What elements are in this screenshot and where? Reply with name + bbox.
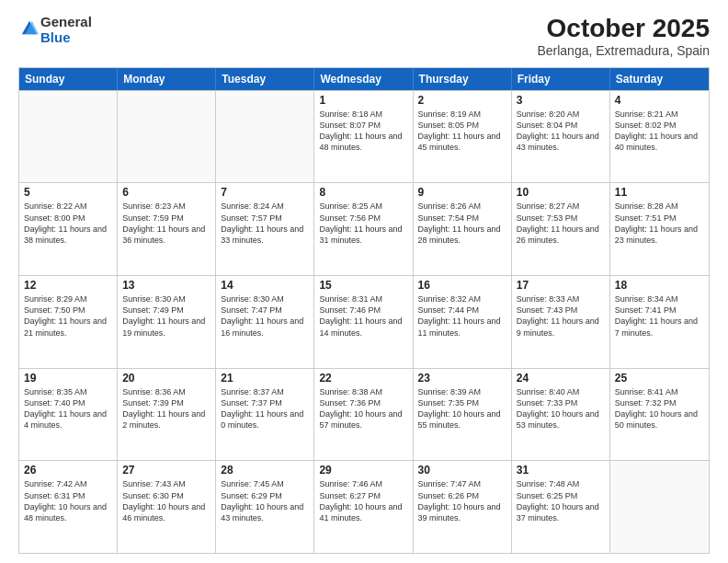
day-number: 12 (24, 279, 112, 292)
day-number: 4 (615, 94, 704, 107)
calendar-body: 1Sunrise: 8:18 AM Sunset: 8:07 PM Daylig… (19, 90, 709, 553)
day-info: Sunrise: 7:43 AM Sunset: 6:30 PM Dayligh… (122, 478, 210, 523)
day-number: 8 (319, 186, 407, 199)
cal-cell: 26Sunrise: 7:42 AM Sunset: 6:31 PM Dayli… (19, 461, 118, 553)
header-saturday: Saturday (610, 68, 709, 90)
day-info: Sunrise: 7:47 AM Sunset: 6:26 PM Dayligh… (418, 478, 506, 523)
day-number: 24 (517, 372, 605, 385)
cal-cell: 12Sunrise: 8:29 AM Sunset: 7:50 PM Dayli… (19, 276, 118, 368)
day-info: Sunrise: 8:20 AM Sunset: 8:04 PM Dayligh… (517, 109, 605, 154)
day-info: Sunrise: 8:40 AM Sunset: 7:33 PM Dayligh… (517, 386, 605, 431)
calendar-subtitle: Berlanga, Extremadura, Spain (537, 43, 710, 58)
cal-cell (19, 91, 118, 183)
header-sunday: Sunday (19, 68, 118, 90)
page-header: General Blue October 2025 Berlanga, Extr… (18, 15, 710, 58)
day-number: 9 (418, 186, 506, 199)
cal-row-4: 26Sunrise: 7:42 AM Sunset: 6:31 PM Dayli… (19, 460, 709, 553)
calendar-header: SundayMondayTuesdayWednesdayThursdayFrid… (19, 68, 709, 90)
day-info: Sunrise: 8:39 AM Sunset: 7:35 PM Dayligh… (418, 386, 506, 431)
day-info: Sunrise: 8:25 AM Sunset: 7:56 PM Dayligh… (319, 201, 407, 246)
cal-cell: 21Sunrise: 8:37 AM Sunset: 7:37 PM Dayli… (216, 369, 314, 461)
day-number: 3 (517, 94, 605, 107)
day-info: Sunrise: 8:31 AM Sunset: 7:46 PM Dayligh… (319, 293, 407, 339)
calendar: SundayMondayTuesdayWednesdayThursdayFrid… (18, 67, 710, 554)
day-number: 5 (24, 186, 112, 199)
day-info: Sunrise: 7:42 AM Sunset: 6:31 PM Dayligh… (24, 478, 112, 523)
cal-cell: 4Sunrise: 8:21 AM Sunset: 8:02 PM Daylig… (610, 91, 709, 183)
logo-icon (20, 19, 39, 38)
cal-cell: 15Sunrise: 8:31 AM Sunset: 7:46 PM Dayli… (314, 276, 413, 368)
day-number: 26 (24, 464, 112, 477)
day-number: 21 (221, 372, 309, 385)
cal-cell: 22Sunrise: 8:38 AM Sunset: 7:36 PM Dayli… (314, 369, 413, 461)
cal-cell: 6Sunrise: 8:23 AM Sunset: 7:59 PM Daylig… (118, 183, 216, 275)
cal-row-3: 19Sunrise: 8:35 AM Sunset: 7:40 PM Dayli… (19, 368, 709, 461)
cal-cell (610, 461, 709, 553)
day-number: 6 (122, 186, 210, 199)
day-number: 31 (517, 464, 605, 477)
day-number: 18 (615, 279, 704, 292)
day-info: Sunrise: 8:33 AM Sunset: 7:43 PM Dayligh… (517, 293, 605, 339)
day-number: 1 (319, 94, 407, 107)
cal-cell: 17Sunrise: 8:33 AM Sunset: 7:43 PM Dayli… (512, 276, 610, 368)
day-number: 28 (221, 464, 309, 477)
cal-row-0: 1Sunrise: 8:18 AM Sunset: 8:07 PM Daylig… (19, 90, 709, 183)
header-thursday: Thursday (414, 68, 512, 90)
day-info: Sunrise: 8:23 AM Sunset: 7:59 PM Dayligh… (122, 201, 210, 246)
cal-cell: 11Sunrise: 8:28 AM Sunset: 7:51 PM Dayli… (610, 183, 709, 275)
day-info: Sunrise: 7:45 AM Sunset: 6:29 PM Dayligh… (221, 478, 309, 523)
cal-cell: 7Sunrise: 8:24 AM Sunset: 7:57 PM Daylig… (216, 183, 314, 275)
cal-cell: 25Sunrise: 8:41 AM Sunset: 7:32 PM Dayli… (610, 369, 709, 461)
day-info: Sunrise: 8:26 AM Sunset: 7:54 PM Dayligh… (418, 201, 506, 246)
day-info: Sunrise: 8:24 AM Sunset: 7:57 PM Dayligh… (221, 201, 309, 246)
cal-cell: 18Sunrise: 8:34 AM Sunset: 7:41 PM Dayli… (610, 276, 709, 368)
day-number: 30 (418, 464, 506, 477)
day-number: 13 (122, 279, 210, 292)
day-info: Sunrise: 8:32 AM Sunset: 7:44 PM Dayligh… (418, 293, 506, 339)
day-number: 7 (221, 186, 309, 199)
day-number: 10 (517, 186, 605, 199)
cal-cell: 9Sunrise: 8:26 AM Sunset: 7:54 PM Daylig… (414, 183, 512, 275)
day-number: 11 (615, 186, 704, 199)
cal-cell: 14Sunrise: 8:30 AM Sunset: 7:47 PM Dayli… (216, 276, 314, 368)
day-info: Sunrise: 7:48 AM Sunset: 6:25 PM Dayligh… (517, 478, 605, 523)
cal-cell (118, 91, 216, 183)
day-number: 22 (319, 372, 407, 385)
cal-cell: 28Sunrise: 7:45 AM Sunset: 6:29 PM Dayli… (216, 461, 314, 553)
header-tuesday: Tuesday (216, 68, 314, 90)
cal-cell: 24Sunrise: 8:40 AM Sunset: 7:33 PM Dayli… (512, 369, 610, 461)
day-number: 23 (418, 372, 506, 385)
day-info: Sunrise: 8:38 AM Sunset: 7:36 PM Dayligh… (319, 386, 407, 431)
day-number: 25 (615, 372, 704, 385)
cal-row-2: 12Sunrise: 8:29 AM Sunset: 7:50 PM Dayli… (19, 275, 709, 368)
cal-cell: 2Sunrise: 8:19 AM Sunset: 8:05 PM Daylig… (414, 91, 512, 183)
day-info: Sunrise: 8:22 AM Sunset: 8:00 PM Dayligh… (24, 201, 112, 246)
day-info: Sunrise: 8:28 AM Sunset: 7:51 PM Dayligh… (615, 201, 704, 246)
day-number: 2 (418, 94, 506, 107)
header-monday: Monday (118, 68, 216, 90)
header-friday: Friday (512, 68, 610, 90)
day-number: 15 (319, 279, 407, 292)
cal-row-1: 5Sunrise: 8:22 AM Sunset: 8:00 PM Daylig… (19, 182, 709, 275)
day-info: Sunrise: 8:21 AM Sunset: 8:02 PM Dayligh… (615, 109, 704, 154)
cal-cell: 16Sunrise: 8:32 AM Sunset: 7:44 PM Dayli… (414, 276, 512, 368)
cal-cell: 20Sunrise: 8:36 AM Sunset: 7:39 PM Dayli… (118, 369, 216, 461)
cal-cell: 13Sunrise: 8:30 AM Sunset: 7:49 PM Dayli… (118, 276, 216, 368)
day-info: Sunrise: 8:29 AM Sunset: 7:50 PM Dayligh… (24, 293, 112, 339)
day-info: Sunrise: 8:34 AM Sunset: 7:41 PM Dayligh… (615, 293, 704, 339)
cal-cell: 8Sunrise: 8:25 AM Sunset: 7:56 PM Daylig… (314, 183, 413, 275)
cal-cell: 1Sunrise: 8:18 AM Sunset: 8:07 PM Daylig… (314, 91, 413, 183)
cal-cell: 23Sunrise: 8:39 AM Sunset: 7:35 PM Dayli… (414, 369, 512, 461)
day-info: Sunrise: 8:30 AM Sunset: 7:47 PM Dayligh… (221, 293, 309, 339)
day-number: 20 (122, 372, 210, 385)
day-number: 14 (221, 279, 309, 292)
day-number: 29 (319, 464, 407, 477)
cal-cell: 3Sunrise: 8:20 AM Sunset: 8:04 PM Daylig… (512, 91, 610, 183)
day-info: Sunrise: 8:19 AM Sunset: 8:05 PM Dayligh… (418, 109, 506, 154)
day-info: Sunrise: 8:37 AM Sunset: 7:37 PM Dayligh… (221, 386, 309, 431)
cal-cell: 31Sunrise: 7:48 AM Sunset: 6:25 PM Dayli… (512, 461, 610, 553)
cal-cell: 10Sunrise: 8:27 AM Sunset: 7:53 PM Dayli… (512, 183, 610, 275)
day-number: 17 (517, 279, 605, 292)
title-block: October 2025 Berlanga, Extremadura, Spai… (537, 15, 710, 58)
cal-cell: 27Sunrise: 7:43 AM Sunset: 6:30 PM Dayli… (118, 461, 216, 553)
